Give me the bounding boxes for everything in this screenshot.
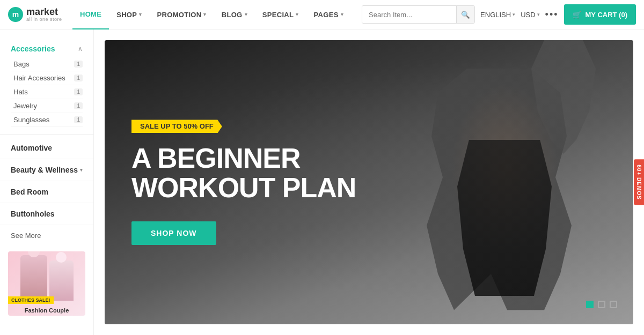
header-right: ENGLISH ▾ USD ▾ ••• 🛒 MY CART (0) [480,4,636,25]
sidebar-sub-items-accessories: Bags 1 Hair Accessories 1 Hats 1 Jewelry… [11,57,83,127]
search-box: 🔍 [362,5,475,24]
chevron-down-icon: ▾ [203,12,206,17]
nav-item-blog[interactable]: BLOG ▾ [214,0,255,29]
sidebar-category-accessories: Accessories ∧ Bags 1 Hair Accessories 1 … [0,40,93,131]
logo-title: market [26,7,62,17]
sidebar-item-automotive[interactable]: Automotive [0,137,93,159]
hero-dot-2[interactable] [598,301,605,308]
hero-banner: SALE UP TO 50% OFF A BEGINNER WORKOUT PL… [105,40,633,324]
chevron-up-icon: ∧ [78,45,83,53]
main-nav: HOME SHOP ▾ PROMOTION ▾ BLOG ▾ SPECIAL ▾… [72,0,356,29]
sidebar-see-more[interactable]: See More [0,225,93,246]
cart-button[interactable]: 🛒 MY CART (0) [564,4,636,25]
hero-person-area [354,40,612,324]
nav-item-shop[interactable]: SHOP ▾ [109,0,149,29]
cart-icon: 🛒 [573,11,581,19]
search-button[interactable]: 🔍 [456,6,474,23]
sale-badge: SALE UP TO 50% OFF [131,120,222,133]
nav-item-promotion[interactable]: PROMOTION ▾ [150,0,214,29]
sidebar-item-hats[interactable]: Hats 1 [11,85,83,99]
sidebar-promo-image[interactable]: CLOTHES SALE! Fashion Couple [8,251,85,316]
currency-selector[interactable]: USD ▾ [521,11,539,19]
nav-item-home[interactable]: HOME [72,0,109,29]
chevron-down-icon: ▾ [296,12,298,17]
sidebar-item-hair-accessories[interactable]: Hair Accessories 1 [11,71,83,85]
hero-area: SALE UP TO 50% OFF A BEGINNER WORKOUT PL… [94,29,644,335]
sidebar-category-header-accessories[interactable]: Accessories ∧ [11,44,83,53]
hero-cta-button[interactable]: SHOP NOW [131,221,216,245]
chevron-down-icon: ▾ [139,12,142,17]
chevron-down-icon: ▾ [341,12,343,17]
chevron-down-icon: ▾ [80,167,83,173]
site-header: m market all in one store HOME SHOP ▾ PR… [0,0,644,29]
sidebar-category-title-accessories: Accessories [11,44,55,53]
hero-dot-1[interactable] [586,301,594,308]
chevron-down-icon: ▾ [537,12,540,17]
promo-label: CLOTHES SALE! [8,296,54,304]
chevron-down-icon: ▾ [245,12,247,17]
promo-figures [8,251,85,316]
hero-headline: A BEGINNER WORKOUT PLAN [131,144,356,202]
language-selector[interactable]: ENGLISH ▾ [480,11,515,19]
hero-content: SALE UP TO 50% OFF A BEGINNER WORKOUT PL… [105,98,383,266]
more-options-button[interactable]: ••• [545,9,559,20]
search-icon: 🔍 [461,11,470,19]
nav-item-special[interactable]: SPECIAL ▾ [255,0,306,29]
chevron-down-icon: ▾ [513,12,515,17]
sidebar-divider [0,134,93,135]
nav-item-pages[interactable]: PAGES ▾ [306,0,351,29]
hero-dot-3[interactable] [610,301,617,308]
demo-tab[interactable]: 60+ DEMOS [634,159,644,205]
sidebar-item-bed-room[interactable]: Bed Room [0,181,93,203]
sidebar-item-bags[interactable]: Bags 1 [11,57,83,71]
sidebar: Accessories ∧ Bags 1 Hair Accessories 1 … [0,29,94,335]
search-input[interactable] [362,6,456,23]
sidebar-item-jewelry[interactable]: Jewelry 1 [11,99,83,113]
promo-title: Fashion Couple [8,307,85,314]
logo-subtitle: all in one store [26,17,62,22]
logo-text: market all in one store [26,7,62,22]
logo[interactable]: m market all in one store [8,7,67,22]
sidebar-item-beauty-wellness[interactable]: Beauty & Wellness ▾ [0,159,93,181]
logo-icon: m [8,7,23,22]
main-layout: Accessories ∧ Bags 1 Hair Accessories 1 … [0,29,644,335]
sidebar-item-buttonholes[interactable]: Buttonholes [0,203,93,225]
sidebar-item-sunglasses[interactable]: Sunglasses 1 [11,113,83,127]
hero-dots [586,301,617,308]
